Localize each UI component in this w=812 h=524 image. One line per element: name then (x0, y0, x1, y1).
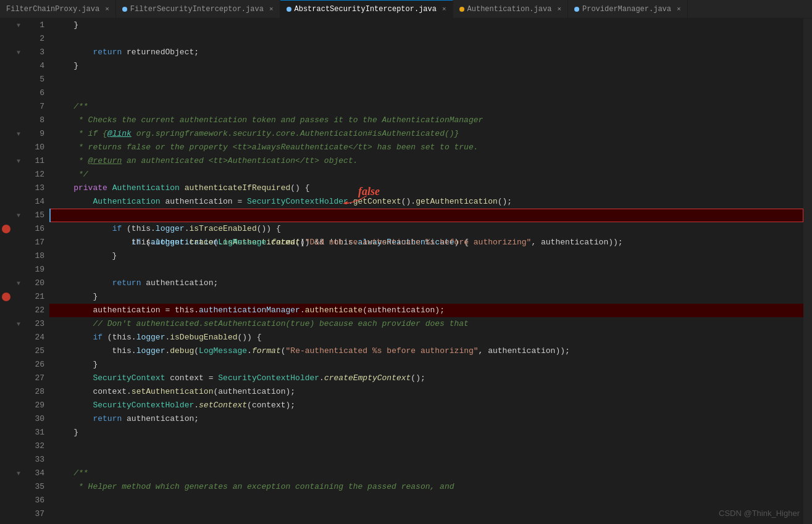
margin-line (0, 154, 12, 168)
code-line: Authentication authentication = Security… (49, 195, 803, 209)
code-line-highlighted: if (authentication.isAuthenticated()) &&… (49, 209, 803, 222)
margin-line (0, 426, 12, 439)
margin-line (0, 412, 12, 426)
margin-line (0, 344, 12, 358)
code-line: * Helper method which generates an excep… (49, 480, 803, 494)
line-numbers: 1 2 3 4 5 6 7 8 9 10 11 12 13 14 15 16 1… (25, 19, 49, 524)
code-line: this.logger.trace(LogMessage.format("Did… (49, 236, 803, 249)
breakpoint-line2 (0, 290, 12, 304)
code-gutter: ▼ ▼ ▼ ▼ ▼ ▼ ▼ ▼ (12, 19, 25, 524)
margin-line (0, 59, 12, 73)
margin-line (0, 304, 12, 317)
code-line: if (this.logger.isTraceEnabled()) { (49, 222, 803, 236)
margin-line (0, 263, 12, 277)
tab-authentication[interactable]: Authentication.java × (453, 0, 568, 18)
margin-line (0, 209, 12, 222)
margin-line (0, 399, 12, 412)
code-line (49, 86, 803, 100)
margin-line (0, 141, 12, 154)
code-line: context.setAuthentication(authentication… (49, 385, 803, 399)
code-line: * returns false or the property <tt>alwa… (49, 141, 803, 154)
code-line-highlighted2: authentication = this.authenticationMana… (49, 304, 803, 317)
editor: false (0, 19, 812, 524)
margin-line (0, 168, 12, 181)
margin-line (0, 86, 12, 100)
margin-line (0, 480, 12, 494)
margin-line (0, 181, 12, 195)
margin-line (0, 494, 12, 507)
tab-filterchainproxy[interactable]: FilterChainProxy.java × (0, 0, 116, 18)
watermark: CSDN @Think_Higher (719, 509, 800, 518)
margin-line (0, 114, 12, 127)
code-line: } (49, 358, 803, 372)
code-line (49, 263, 803, 277)
tab-close[interactable]: × (557, 6, 561, 13)
code-line (49, 73, 803, 86)
tab-providermanager[interactable]: ProviderManager.java × (568, 0, 688, 18)
margin-line (0, 195, 12, 209)
tab-dot-icon (287, 7, 291, 12)
tab-label: ProviderManager.java (582, 5, 671, 14)
left-margin (0, 19, 12, 524)
margin-line (0, 19, 12, 32)
margin-line (0, 46, 12, 59)
code-line: } (49, 249, 803, 263)
tab-label: FilterChainProxy.java (6, 5, 99, 14)
margin-line (0, 100, 12, 114)
code-line: SecurityContextHolder.setContext(context… (49, 399, 803, 412)
code-line: * Checks the current authentication toke… (49, 114, 803, 127)
tab-close[interactable]: × (269, 6, 274, 13)
code-line (49, 32, 803, 46)
code-line: } (49, 290, 803, 304)
code-line (49, 453, 803, 467)
code-line: if (this.logger.isDebugEnabled()) { (49, 331, 803, 344)
tab-close[interactable]: × (105, 6, 109, 13)
tab-label: Authentication.java (467, 5, 552, 14)
margin-line (0, 453, 12, 467)
code-line: } (49, 59, 803, 73)
breakpoint-icon (2, 225, 10, 233)
tab-close[interactable]: × (677, 6, 681, 13)
tab-label: FilterSecurityInterceptor.java (130, 5, 264, 14)
code-line: return authentication; (49, 412, 803, 426)
margin-line (0, 249, 12, 263)
margin-line (0, 372, 12, 385)
code-line: // Don't authenticated.setAuthentication… (49, 317, 803, 331)
code-line: this.logger.debug(LogMessage.format("Re-… (49, 344, 803, 358)
code-line: * if {@link org.springframework.security… (49, 127, 803, 141)
margin-line (0, 317, 12, 331)
code-line: } (49, 426, 803, 439)
breakpoint-line (0, 222, 12, 236)
vertical-scrollbar[interactable] (803, 19, 812, 524)
code-line: } (49, 19, 803, 32)
code-line: */ (49, 168, 803, 181)
code-content: } return returnedObject; } /** * Checks … (49, 19, 803, 494)
code-line: return authentication; (49, 277, 803, 290)
tab-dot-icon (122, 7, 127, 12)
tab-bar: FilterChainProxy.java × FilterSecurityIn… (0, 0, 812, 19)
code-line: return returnedObject; (49, 46, 803, 59)
margin-line (0, 32, 12, 46)
margin-line (0, 507, 12, 521)
breakpoint-icon2 (2, 293, 10, 301)
code-line: * @return an authenticated <tt>Authentic… (49, 154, 803, 168)
margin-line (0, 73, 12, 86)
code-line: SecurityContext context = SecurityContex… (49, 372, 803, 385)
tab-dot-icon (459, 7, 464, 12)
margin-line (0, 521, 12, 524)
tab-abstractsecurityinterceptor[interactable]: AbstractSecurityInterceptor.java × (280, 0, 453, 18)
tab-label: AbstractSecurityInterceptor.java (295, 5, 437, 14)
margin-line (0, 127, 12, 141)
margin-line (0, 277, 12, 290)
margin-line (0, 439, 12, 453)
tab-filtersecurityinterceptor[interactable]: FilterSecurityInterceptor.java × (116, 0, 280, 18)
code-line: private Authentication authenticateIfReq… (49, 181, 803, 195)
margin-line (0, 467, 12, 480)
code-line: /** (49, 100, 803, 114)
code-editor[interactable]: } return returnedObject; } /** * Checks … (49, 19, 803, 524)
code-line (49, 439, 803, 453)
tab-close[interactable]: × (442, 6, 446, 13)
margin-line (0, 236, 12, 249)
margin-line (0, 331, 12, 344)
margin-line (0, 358, 12, 372)
